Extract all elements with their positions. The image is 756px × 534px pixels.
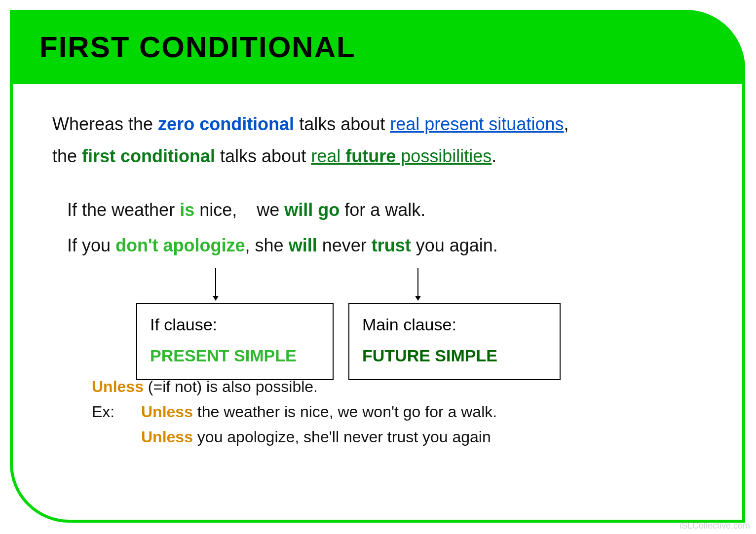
verb-trust: trust (372, 235, 411, 255)
box-tense: PRESENT SIMPLE (150, 342, 320, 370)
text: , (564, 114, 568, 134)
intro-text: Whereas the zero conditional talks about… (52, 108, 713, 173)
text: nice, (194, 200, 237, 220)
text: If you (67, 235, 115, 255)
text: Whereas the (52, 114, 158, 134)
title-bar: FIRST CONDITIONAL (10, 10, 745, 84)
text: . (491, 146, 496, 166)
example-text: Unless the weather is nice, we won't go … (141, 399, 497, 425)
verb-dont-apologize: don't apologize (115, 235, 245, 255)
text: , she (245, 235, 289, 255)
slide-title: FIRST CONDITIONAL (39, 30, 356, 64)
verb-is: is (180, 200, 194, 220)
watermark: iSLCollective.com (680, 521, 750, 531)
box-tense: FUTURE SIMPLE (362, 342, 547, 370)
text: we (257, 200, 284, 220)
text: for a walk. (340, 200, 425, 220)
real-present-link: real present situations (390, 114, 564, 134)
text: never (317, 235, 372, 255)
unless-section: Unless (=if not) is also possible. Ex: U… (92, 374, 713, 450)
first-conditional-term: first conditional (82, 146, 215, 166)
if-clause-box: If clause: PRESENT SIMPLE (136, 303, 334, 381)
text: If the weather (67, 200, 180, 220)
box-label: Main clause: (362, 311, 547, 339)
slide-content: Whereas the zero conditional talks about… (52, 108, 713, 450)
example-label: Ex: (92, 399, 141, 425)
example-1: If the weather is nice,we will go for a … (67, 192, 713, 228)
box-label: If clause: (150, 311, 320, 339)
unless-example-1: Ex: Unless the weather is nice, we won't… (92, 399, 713, 425)
text: talks about (294, 114, 390, 134)
possibilities-link: possibilities (396, 146, 491, 166)
unless-example-2: Unless you apologize, she'll never trust… (92, 425, 713, 450)
text: talks about (215, 146, 311, 166)
main-clause-box: Main clause: FUTURE SIMPLE (348, 303, 561, 381)
unless-keyword: Unless (141, 428, 193, 446)
zero-conditional-term: zero conditional (158, 114, 294, 134)
verb-will-go: will go (284, 200, 340, 220)
example-2: If you don't apologize, she will never t… (67, 228, 713, 263)
unless-keyword: Unless (141, 403, 193, 421)
arrow-icon (417, 268, 418, 300)
verb-will: will (289, 235, 317, 255)
clause-diagram: If clause: PRESENT SIMPLE Main clause: F… (102, 268, 713, 362)
spacer (92, 425, 141, 450)
example-sentences: If the weather is nice,we will go for a … (67, 192, 713, 263)
future-link: future (345, 146, 396, 166)
text: you again. (411, 235, 498, 255)
arrow-icon (215, 268, 216, 300)
example-text: Unless you apologize, she'll never trust… (141, 425, 491, 450)
text: you apologize, she'll never trust you ag… (193, 428, 491, 446)
text: the (52, 146, 82, 166)
text: the weather is nice, we won't go for a w… (193, 403, 497, 421)
real-link: real (311, 146, 345, 166)
slide-frame: Whereas the zero conditional talks about… (10, 10, 745, 523)
